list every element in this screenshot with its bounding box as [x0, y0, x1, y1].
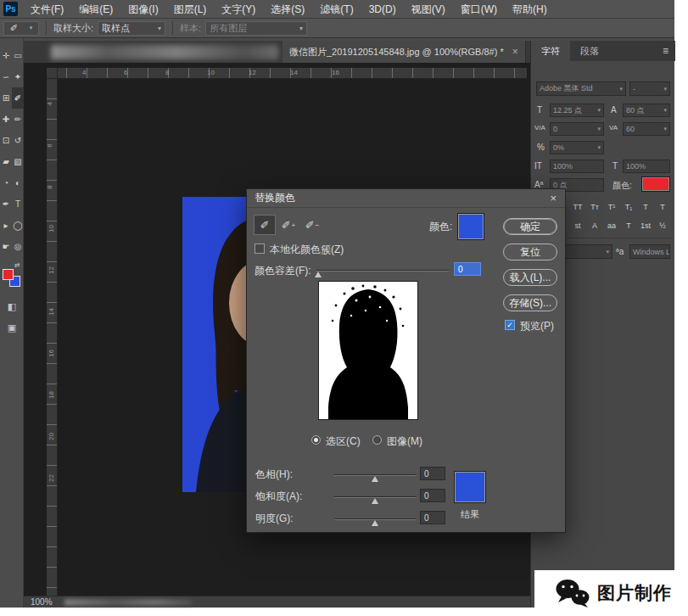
kerning-input[interactable]: 0▾: [550, 122, 604, 136]
opentype-button-3[interactable]: A: [587, 219, 602, 232]
sample-size-dropdown[interactable]: 取样点▾: [98, 21, 165, 36]
text-style-button-7[interactable]: T: [655, 200, 670, 214]
close-dialog-icon[interactable]: ×: [550, 192, 557, 204]
foreground-color-swatch[interactable]: [3, 269, 14, 280]
text-style-button-4[interactable]: T¹: [604, 200, 619, 214]
save-button[interactable]: 存储(S)...: [503, 294, 557, 311]
brush-tool[interactable]: ✏: [12, 109, 24, 130]
text-style-button-2[interactable]: TT: [570, 200, 585, 214]
hue-value[interactable]: 0: [420, 467, 445, 480]
move-tool[interactable]: ✛: [0, 45, 12, 66]
preview-checkbox[interactable]: ✓: [505, 320, 515, 330]
panel-tabs: 字符段落≡: [531, 41, 675, 61]
vertical-scale-input[interactable]: 100%: [550, 160, 604, 173]
menu-item[interactable]: 文件(F): [23, 0, 71, 19]
lightness-value[interactable]: 0: [420, 511, 445, 524]
tracking-input[interactable]: 60▾: [623, 122, 670, 136]
shape-tool[interactable]: ◯: [12, 215, 24, 236]
menu-item[interactable]: 编辑(E): [71, 0, 120, 19]
eyedropper-subtract[interactable]: ✐−: [301, 215, 323, 235]
panel-menu-icon[interactable]: ≡: [663, 41, 668, 61]
selection-preview: [318, 281, 418, 420]
selection-radio[interactable]: [311, 435, 321, 445]
leading-icon: A: [611, 105, 617, 115]
menu-item[interactable]: 选择(S): [263, 0, 312, 19]
ok-button[interactable]: 确定: [503, 218, 557, 235]
image-radio[interactable]: [372, 435, 382, 445]
document-tab[interactable]: 微信图片_20191205145848.jpg @ 100%(RGB/8#) *…: [282, 41, 526, 63]
watermark: 图片制作: [534, 570, 688, 616]
lightness-slider-thumb[interactable]: [372, 520, 378, 526]
close-tab-icon[interactable]: ×: [512, 46, 518, 58]
leading-input[interactable]: 80 点▾: [623, 104, 670, 117]
panel-tab-字符[interactable]: 字符: [531, 41, 570, 61]
swap-colors-icon[interactable]: ⇄: [14, 261, 20, 269]
eyedropper-add[interactable]: ✐+: [277, 215, 299, 235]
gradient-tool[interactable]: ▧: [12, 151, 24, 172]
text-style-button-5[interactable]: T₁: [621, 200, 636, 214]
text-style-button-6[interactable]: T: [638, 200, 653, 214]
menu-item[interactable]: 图层(L): [166, 0, 215, 19]
type-tool[interactable]: T: [12, 193, 24, 215]
eyedropper-tool[interactable]: ✐: [12, 87, 24, 109]
quick-mask-button[interactable]: ◧: [0, 297, 24, 316]
quick-selection-tool[interactable]: ✦: [12, 66, 24, 87]
font-size-input[interactable]: 12.25 点▾: [550, 104, 604, 117]
selected-color-swatch[interactable]: [457, 213, 484, 240]
tool-preset-picker[interactable]: ✐ ▾: [3, 21, 39, 36]
eraser-tool[interactable]: ▰: [0, 151, 12, 172]
sample-dropdown[interactable]: 所有图层▾: [205, 21, 307, 36]
screen-mode-button[interactable]: ▣: [0, 318, 24, 337]
text-style-button-3[interactable]: Tᴛ: [587, 200, 602, 214]
healing-brush-tool[interactable]: ✚: [0, 109, 12, 130]
dialog-title-bar[interactable]: 替换颜色 ×: [247, 189, 565, 208]
opentype-button-7[interactable]: ½: [655, 219, 670, 232]
horizontal-scale-input[interactable]: 100%: [623, 160, 670, 173]
clone-stamp-tool[interactable]: ⊡: [0, 130, 12, 151]
menu-item[interactable]: 滤镜(T): [312, 0, 361, 19]
history-brush-tool[interactable]: ↺: [12, 130, 24, 151]
text-color-swatch[interactable]: [641, 176, 670, 192]
localized-clusters-checkbox[interactable]: [255, 244, 265, 254]
hand-tool[interactable]: ☛: [0, 236, 12, 257]
menu-item[interactable]: 3D(D): [361, 0, 404, 19]
lasso-tool[interactable]: ∽: [0, 66, 12, 87]
crop-tool[interactable]: ⊞: [0, 87, 12, 109]
proportional-spacing-input[interactable]: 0%▾: [550, 141, 604, 154]
menu-item[interactable]: 图像(I): [120, 0, 165, 19]
menu-item[interactable]: 文字(Y): [214, 0, 263, 19]
sample-size-label: 取样大小:: [53, 22, 93, 35]
panel-tab-段落[interactable]: 段落: [570, 41, 609, 61]
fuzziness-slider[interactable]: [316, 270, 449, 272]
fuzziness-slider-thumb[interactable]: [315, 272, 322, 277]
opentype-button-2[interactable]: st: [570, 219, 585, 232]
opentype-button-6[interactable]: 1st: [638, 219, 653, 232]
fuzziness-value[interactable]: 0: [454, 262, 481, 276]
font-family-dropdown[interactable]: Adobe 黑体 Std▾: [536, 81, 626, 96]
tool-grid: ✛▭∽✦⊞✐✚✏⊡↺▰▧◔◐✒T▸◯☛◎: [0, 45, 24, 257]
zoom-level[interactable]: 100%: [31, 597, 53, 607]
menu-item[interactable]: 视图(V): [404, 0, 453, 19]
anti-alias-dropdown[interactable]: Windows LCD▾: [629, 244, 670, 259]
hue-slider-thumb[interactable]: [372, 476, 378, 482]
opentype-button-5[interactable]: T: [621, 219, 636, 232]
saturation-slider-thumb[interactable]: [372, 498, 378, 504]
pen-tool[interactable]: ✒: [0, 193, 12, 215]
menu-item[interactable]: 帮助(H): [505, 0, 555, 19]
menu-item[interactable]: 窗口(W): [453, 0, 505, 19]
chevron-down-icon: ▾: [603, 249, 609, 255]
marquee-tool[interactable]: ▭: [12, 45, 24, 66]
eyedropper-add-icon: ✐: [282, 219, 291, 232]
dodge-tool[interactable]: ◐: [12, 172, 24, 193]
opentype-button-4[interactable]: aa: [604, 219, 619, 232]
zoom-tool[interactable]: ◎: [12, 236, 24, 257]
saturation-value[interactable]: 0: [420, 489, 445, 502]
load-button[interactable]: 载入(L)...: [503, 269, 557, 286]
path-select-tool[interactable]: ▸: [0, 215, 12, 236]
eyedropper-sample[interactable]: ✐: [254, 215, 276, 235]
ruler-number: 12: [249, 69, 256, 76]
font-style-dropdown[interactable]: -▾: [629, 81, 670, 96]
blur-tool[interactable]: ◔: [0, 172, 12, 193]
chevron-down-icon: ▾: [294, 25, 303, 32]
reset-button[interactable]: 复位: [503, 244, 557, 260]
